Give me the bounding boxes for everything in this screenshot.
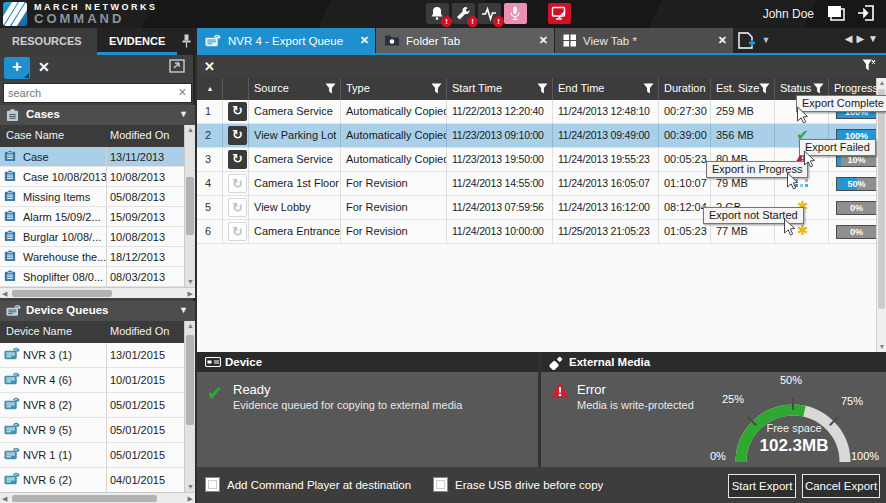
pin-sidebar-button[interactable] — [177, 28, 195, 55]
retry-export-button[interactable]: ↻ — [228, 198, 247, 217]
filter-icon[interactable] — [759, 83, 770, 96]
list-item[interactable]: Warehouse the... 18/12/2013 — [0, 247, 184, 267]
case-date: 15/09/2013 — [110, 211, 165, 223]
clear-filter-icon[interactable] — [862, 58, 876, 76]
screen-alert-button[interactable] — [548, 3, 571, 24]
cases-horizontal-scrollbar[interactable]: ◀▶ — [0, 287, 195, 298]
tab-view[interactable]: View Tab * ✕ — [555, 28, 733, 53]
export-not-started-icon: ✱ — [797, 222, 809, 238]
cursor-icon — [796, 106, 809, 128]
retry-export-button[interactable]: ↻ — [228, 150, 247, 169]
cases-section-header[interactable]: Cases ▼ — [0, 105, 195, 125]
clear-search-icon[interactable]: ✕ — [178, 86, 187, 99]
retry-export-button[interactable]: ↻ — [228, 126, 247, 145]
device-queue-icon — [6, 304, 22, 317]
new-tab-button[interactable] — [734, 28, 758, 53]
retry-export-button[interactable]: ↻ — [228, 102, 247, 121]
queue-row-selected[interactable]: 2 ↻ View Parking Lot Automatically Copie… — [197, 124, 886, 148]
column-header[interactable]: Case Name — [6, 129, 64, 141]
filter-icon[interactable] — [431, 83, 442, 96]
checkbox-label: Add Command Player at destination — [227, 479, 411, 491]
case-name: Shoplifter 08/0... — [23, 271, 103, 283]
logout-icon[interactable] — [857, 4, 876, 26]
column-header[interactable]: Device Name — [6, 325, 72, 337]
filter-icon[interactable] — [325, 83, 336, 96]
microphone-button[interactable] — [504, 3, 527, 24]
gauge-label: 50% — [780, 374, 802, 386]
list-item[interactable]: Burglar 10/08/... 10/08/2013 — [0, 227, 184, 247]
chevron-down-icon[interactable]: ▼ — [179, 109, 188, 119]
user-name[interactable]: John Doe — [763, 7, 814, 21]
duration-cell: 00:39:00 — [659, 124, 711, 147]
tab-scroll-controls[interactable]: ◀▶▼ — [845, 33, 882, 44]
column-header-duration[interactable]: Duration — [659, 78, 711, 100]
retry-export-button[interactable]: ↻ — [228, 222, 247, 241]
export-footer: Add Command Player at destination Erase … — [197, 467, 886, 503]
filter-icon[interactable] — [537, 83, 548, 96]
queue-row[interactable]: 1 ↻ Camera Service Automatically Copied … — [197, 100, 886, 124]
retry-column-header[interactable] — [223, 78, 249, 100]
device-status-detail: Evidence queued for copying to external … — [233, 399, 462, 411]
devices-vertical-scrollbar[interactable]: ▲▼ — [184, 321, 195, 492]
device-list-header[interactable]: Device Name Modified On — [0, 321, 195, 343]
tab-evidence[interactable]: EVIDENCE — [97, 28, 177, 55]
list-item[interactable]: Alarm 15/09/2... 15/09/2013 — [0, 207, 184, 227]
case-date: 10/08/2013 — [110, 171, 165, 183]
type-cell: Automatically Copied — [341, 148, 447, 171]
duration-cell: 00:05:23 — [659, 148, 711, 171]
column-header-end-time[interactable]: End Time — [553, 78, 659, 100]
column-header[interactable]: Modified On — [110, 325, 169, 337]
folder-icon — [384, 34, 400, 47]
undock-panel-icon[interactable] — [169, 59, 185, 77]
remove-from-queue-button[interactable]: ✕ — [204, 59, 215, 74]
alarm-notifications-button[interactable]: ! — [426, 3, 449, 24]
close-icon[interactable]: ✕ — [360, 34, 369, 47]
grid-view-icon — [563, 34, 577, 47]
start-time-cell: 11/23/2013 19:50:00 — [447, 148, 553, 171]
list-item[interactable]: Case 13/11/2013 — [0, 147, 184, 167]
cases-list: Case Name Modified On Case 13/11/2013 Ca… — [0, 125, 195, 298]
tab-label: Folder Tab — [406, 35, 460, 47]
queue-vertical-scrollbar[interactable]: ▲▼ — [876, 78, 886, 352]
tooltip-export-complete: Export Complete — [796, 95, 886, 112]
chevron-down-icon[interactable]: ▼ — [179, 305, 188, 315]
cases-vertical-scrollbar[interactable]: ▲▼ — [184, 125, 195, 287]
case-icon — [4, 168, 16, 186]
usb-drive-icon — [549, 356, 564, 370]
column-header-type[interactable]: Type — [341, 78, 447, 100]
brand-text: MARCH NETWORKS COMMAND — [34, 2, 158, 24]
column-header-est-size[interactable]: Est. Size — [711, 78, 775, 100]
retry-export-button[interactable]: ↻ — [228, 174, 247, 193]
devices-horizontal-scrollbar[interactable]: ◀▶ — [0, 492, 195, 503]
close-icon[interactable]: ✕ — [539, 34, 548, 47]
tab-nvr4-export-queue[interactable]: NVR 4 - Export Queue ✕ — [197, 28, 375, 53]
tab-list-dropdown[interactable]: ▼ — [758, 28, 774, 53]
filter-icon[interactable] — [643, 83, 654, 96]
free-space-gauge: 50% 25% 75% 0% 100% Free space 102.3MB — [708, 374, 880, 467]
tab-folder[interactable]: Folder Tab ✕ — [376, 28, 554, 53]
alert-badge: ! — [467, 16, 478, 27]
tab-resources[interactable]: RESOURCES — [0, 28, 97, 55]
close-icon[interactable]: ✕ — [718, 34, 727, 47]
delete-button[interactable]: ✕ — [38, 59, 50, 75]
cancel-export-button[interactable]: Cancel Export — [802, 474, 880, 498]
search-input[interactable] — [8, 85, 168, 101]
media-status-detail: Media is write-protected — [577, 399, 694, 411]
column-header-source[interactable]: Source — [249, 78, 341, 100]
windows-stack-icon[interactable] — [826, 4, 846, 26]
maintenance-button[interactable]: ! — [452, 3, 475, 24]
column-header[interactable]: Modified On — [110, 129, 169, 141]
cases-list-header[interactable]: Case Name Modified On — [0, 125, 195, 147]
list-item[interactable]: Shoplifter 08/0... 08/03/2013 — [0, 267, 184, 287]
device-queues-section-header[interactable]: Device Queues ▼ — [0, 301, 195, 321]
list-item[interactable]: Missing Items 05/08/2013 — [0, 187, 184, 207]
column-header-start-time[interactable]: Start Time — [447, 78, 553, 100]
add-button[interactable]: + — [4, 57, 30, 79]
list-item[interactable]: Case 10/08/2013 10/08/2013 — [0, 167, 184, 187]
case-name: Burglar 10/08/... — [23, 231, 101, 243]
add-command-player-checkbox[interactable] — [205, 477, 220, 492]
health-button[interactable]: ! — [478, 3, 501, 24]
erase-usb-checkbox[interactable] — [433, 477, 448, 492]
sort-column-header[interactable]: ▲ — [197, 78, 223, 100]
start-export-button[interactable]: Start Export — [728, 474, 796, 498]
